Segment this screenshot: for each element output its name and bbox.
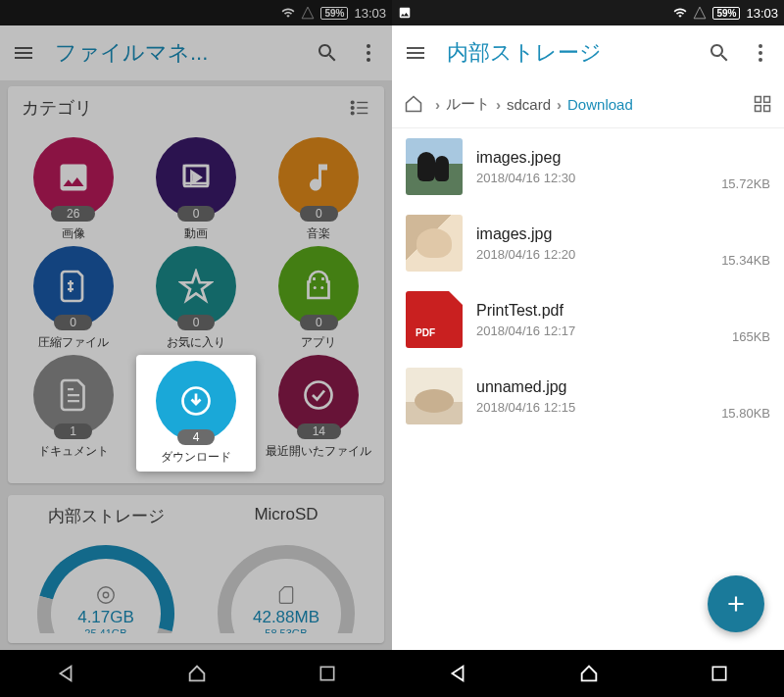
image-icon — [398, 6, 412, 20]
file-size: 15.34KB — [721, 253, 770, 268]
svg-point-18 — [759, 51, 762, 55]
category-icon — [178, 160, 214, 195]
sd-used: 42.88MB — [218, 608, 355, 627]
file-thumbnail — [406, 138, 463, 195]
file-date: 2018/04/16 12:17 — [476, 324, 732, 338]
home-button[interactable] — [186, 663, 208, 684]
category-item[interactable]: 1 ドキュメント — [14, 355, 132, 472]
file-row[interactable]: unnamed.jpg 2018/04/16 12:15 15.80KB — [392, 358, 784, 434]
grid-view-icon[interactable] — [753, 94, 772, 114]
svg-point-14 — [98, 587, 115, 604]
status-bar: 59% 13:03 — [392, 0, 784, 25]
category-item[interactable]: 0 音楽 — [260, 137, 378, 242]
svg-rect-24 — [712, 667, 725, 679]
tab-internal[interactable]: 内部ストレージ — [16, 505, 196, 533]
home-button[interactable] — [578, 663, 600, 684]
category-card: カテゴリ 26 画像 0 動画 0 音楽 0 圧縮ファイル 0 お気に入り — [8, 86, 384, 483]
svg-point-5 — [351, 107, 354, 110]
category-label: アプリ — [301, 334, 336, 351]
category-icon — [178, 383, 214, 419]
signal-icon — [693, 6, 707, 20]
disk-icon — [95, 584, 117, 606]
category-label: お気に入り — [167, 334, 225, 351]
file-date: 2018/04/16 12:30 — [476, 171, 721, 185]
category-item[interactable]: 0 動画 — [136, 137, 255, 242]
storage-card: 内部ストレージ MicroSD 4.17GB 25.41GB 42. — [8, 495, 384, 643]
category-count: 0 — [54, 315, 92, 330]
status-time: 13:03 — [354, 6, 386, 21]
svg-point-13 — [306, 382, 332, 409]
file-date: 2018/04/16 12:15 — [476, 400, 721, 415]
toolbar: 内部ストレージ — [392, 25, 784, 80]
battery-icon: 59% — [320, 7, 348, 20]
status-bar: 59% 13:03 — [0, 0, 392, 25]
recent-button[interactable] — [318, 664, 337, 683]
chevron-right-icon: › — [557, 96, 562, 113]
svg-point-11 — [321, 286, 324, 289]
internal-total: 25.41GB — [37, 627, 174, 633]
file-row[interactable]: images.jpeg 2018/04/16 12:30 15.72KB — [392, 128, 784, 205]
internal-used: 4.17GB — [37, 608, 174, 627]
status-time: 13:03 — [746, 6, 778, 21]
svg-rect-21 — [764, 97, 770, 103]
file-row[interactable]: PDF PrintTest.pdf 2018/04/16 12:17 165KB — [392, 281, 784, 358]
chevron-right-icon: › — [496, 96, 501, 113]
category-item[interactable]: 0 圧縮ファイル — [14, 246, 132, 351]
overflow-icon[interactable] — [749, 41, 772, 65]
file-thumbnail — [406, 368, 463, 424]
category-item[interactable]: 0 お気に入り — [136, 246, 255, 351]
tab-microsd[interactable]: MicroSD — [196, 505, 376, 533]
back-button[interactable] — [55, 663, 76, 684]
nav-bar — [392, 650, 784, 697]
category-count: 0 — [177, 206, 216, 222]
gauge-sd[interactable]: 42.88MB 58.53GB — [218, 545, 355, 633]
category-label: 動画 — [184, 225, 208, 242]
back-button[interactable] — [447, 663, 468, 684]
list-icon[interactable] — [349, 97, 370, 119]
file-size: 165KB — [732, 329, 770, 344]
gauge-internal[interactable]: 4.17GB 25.41GB — [37, 545, 174, 633]
file-row[interactable]: images.jpg 2018/04/16 12:20 15.34KB — [392, 205, 784, 281]
category-label: ドキュメント — [38, 443, 109, 460]
category-count: 14 — [297, 423, 341, 439]
signal-icon — [301, 6, 315, 20]
category-item[interactable]: 0 アプリ — [260, 246, 378, 351]
svg-rect-20 — [756, 97, 761, 103]
svg-point-0 — [367, 44, 370, 48]
crumb-sdcard[interactable]: sdcard — [507, 96, 551, 113]
file-list: images.jpeg 2018/04/16 12:30 15.72KB ima… — [392, 128, 784, 650]
crumb-root[interactable]: ルート — [446, 95, 490, 114]
crumb-download[interactable]: Download — [567, 96, 633, 113]
battery-icon: 59% — [712, 7, 740, 20]
add-button[interactable] — [708, 575, 764, 632]
svg-rect-23 — [764, 106, 770, 112]
wifi-icon — [281, 6, 295, 20]
category-count: 0 — [177, 315, 216, 330]
recent-button[interactable] — [710, 664, 729, 683]
category-header-label: カテゴリ — [22, 96, 92, 120]
svg-point-3 — [351, 101, 354, 104]
svg-point-1 — [367, 51, 370, 55]
menu-icon[interactable] — [404, 41, 427, 65]
file-size: 15.72KB — [721, 176, 770, 191]
search-icon[interactable] — [316, 41, 339, 65]
svg-rect-16 — [320, 667, 333, 679]
home-icon[interactable] — [404, 94, 423, 114]
file-name: images.jpeg — [476, 149, 721, 167]
category-count: 0 — [300, 315, 338, 330]
search-icon[interactable] — [708, 41, 731, 65]
svg-point-17 — [759, 44, 762, 48]
wifi-icon — [673, 6, 687, 20]
page-title: 内部ストレージ — [447, 38, 690, 68]
category-item[interactable]: 14 最近開いたファイル — [260, 355, 378, 472]
nav-bar — [0, 650, 392, 697]
svg-rect-22 — [756, 106, 761, 112]
svg-point-19 — [759, 58, 762, 62]
file-thumbnail: PDF — [406, 291, 463, 348]
category-item[interactable]: 26 画像 — [14, 137, 132, 242]
menu-icon[interactable] — [12, 41, 35, 65]
overflow-icon[interactable] — [357, 41, 380, 65]
category-label: 音楽 — [307, 225, 330, 242]
category-item[interactable]: 4 ダウンロード — [136, 355, 255, 472]
category-count: 1 — [54, 423, 92, 439]
